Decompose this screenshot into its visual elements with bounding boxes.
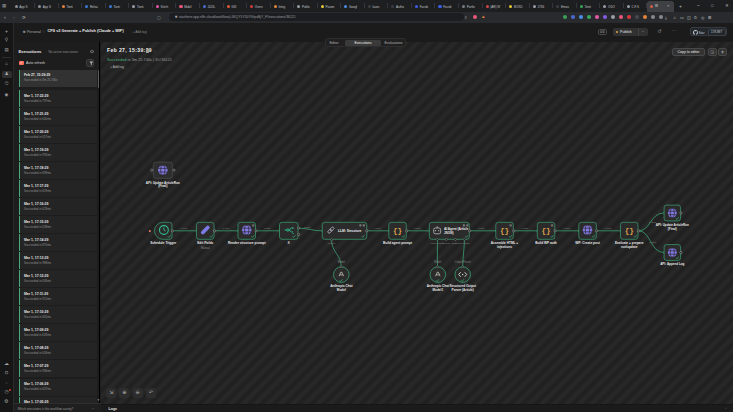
svg-text:Schedule Trigger: Schedule Trigger xyxy=(150,241,177,245)
svg-text:1 item: 1 item xyxy=(180,227,187,230)
svg-text:injections: injections xyxy=(497,245,512,249)
svg-text:1 item: 1 item xyxy=(263,227,270,230)
svg-text:{}: {} xyxy=(499,227,508,235)
svg-text:WP: Create post: WP: Create post xyxy=(575,241,601,245)
svg-text:Manual: Manual xyxy=(201,246,210,250)
svg-text:{}: {} xyxy=(624,227,633,235)
svg-text:1 item: 1 item xyxy=(222,227,229,230)
svg-text:Render structure prompt: Render structure prompt xyxy=(227,241,265,245)
svg-text:1 item: 1 item xyxy=(373,227,380,230)
svg-text:If: If xyxy=(287,241,290,245)
svg-text:Output Parser: Output Parser xyxy=(455,242,470,245)
svg-text:Model*: Model* xyxy=(327,242,335,245)
svg-text:Output Parser: Output Parser xyxy=(454,260,470,264)
svg-text:{}: {} xyxy=(392,227,401,235)
svg-text:{}: {} xyxy=(541,227,550,235)
svg-text:Edit Fields: Edit Fields xyxy=(197,241,213,245)
svg-text:Memory: Memory xyxy=(442,242,451,245)
svg-text:1 item: 1 item xyxy=(563,227,570,230)
svg-text:Build WP auth: Build WP auth xyxy=(535,241,557,245)
svg-text:1 item: 1 item xyxy=(604,227,611,230)
svg-text:1 item: 1 item xyxy=(649,241,656,244)
svg-text:Build agent prompt: Build agent prompt xyxy=(382,241,412,245)
svg-text:(Final): (Final) xyxy=(667,227,676,231)
svg-text:Model1: Model1 xyxy=(432,288,443,292)
svg-text:Model: Model xyxy=(336,288,345,292)
svg-text:Model: Model xyxy=(434,260,441,264)
svg-text:(Final): (Final) xyxy=(158,184,167,188)
svg-text:JSON): JSON) xyxy=(444,231,453,235)
svg-text:run/update: run/update xyxy=(620,245,637,249)
svg-text:1 item: 1 item xyxy=(303,226,310,229)
svg-text:Model: Model xyxy=(337,260,344,264)
svg-text:1 item: 1 item xyxy=(521,227,528,230)
svg-text:1 item: 1 item xyxy=(413,227,420,230)
svg-text:LLM: Structure: LLM: Structure xyxy=(338,229,362,233)
svg-text:Parser (Article): Parser (Article) xyxy=(451,288,473,292)
svg-text:1 item: 1 item xyxy=(477,227,484,230)
svg-text:API: Append Log: API: Append Log xyxy=(660,262,684,266)
